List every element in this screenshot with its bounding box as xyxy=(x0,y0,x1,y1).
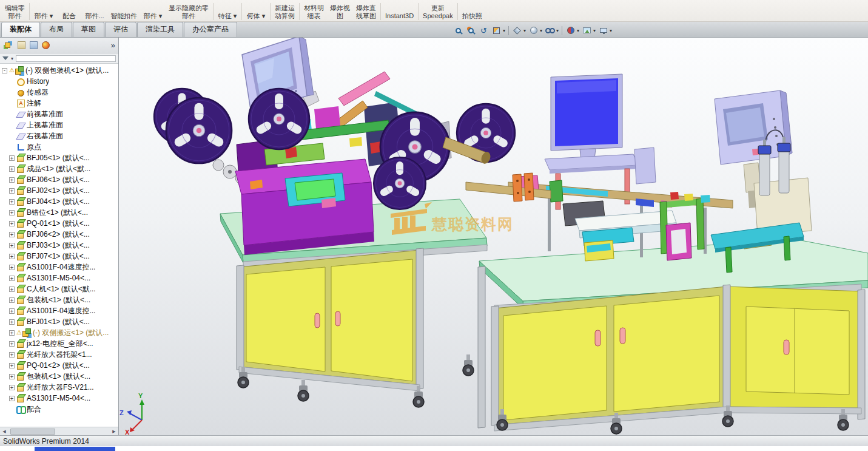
expand-toggle[interactable]: + xyxy=(9,363,15,368)
expand-toggle[interactable]: + xyxy=(9,232,15,237)
expand-toggle[interactable]: + xyxy=(9,297,15,303)
display-style-icon[interactable] xyxy=(527,25,540,36)
dropdown-caret[interactable]: ▾ xyxy=(523,28,526,33)
ribbon-button[interactable]: 部件 ▾ xyxy=(31,0,56,21)
tab-评估[interactable]: 评估 xyxy=(105,22,136,37)
tree-item[interactable]: 传感器 xyxy=(0,87,118,98)
ribbon-button[interactable]: 新建运动算例 xyxy=(272,0,298,21)
zoom-area-icon[interactable] xyxy=(465,25,477,36)
tree-horizontal-scrollbar[interactable]: ◀ ▶ xyxy=(0,427,118,435)
ribbon-button[interactable]: 配合 xyxy=(56,0,82,21)
ribbon-button[interactable]: 智能扣件 xyxy=(107,0,140,21)
ribbon-button[interactable]: 爆炸直线草图 xyxy=(353,0,379,21)
dropdown-caret[interactable]: ▾ xyxy=(540,28,542,33)
ribbon-button[interactable]: 材料明细表 xyxy=(301,0,327,21)
expand-toggle[interactable]: + xyxy=(9,385,15,390)
tree-item[interactable]: +包装机<1> (默认<... xyxy=(0,371,118,382)
expand-toggle[interactable]: + xyxy=(9,319,15,325)
tab-渲染工具[interactable]: 渲染工具 xyxy=(137,22,183,37)
expand-toggle[interactable]: + xyxy=(9,308,15,314)
dropdown-caret[interactable]: ▾ xyxy=(610,28,612,33)
graphics-area[interactable]: 慧聪资料网 Y Z X xyxy=(0,38,868,435)
model-3d[interactable]: 慧聪资料网 Y Z X xyxy=(0,38,868,435)
tree-item[interactable]: +jx12-电控柜_全部<... xyxy=(0,338,118,349)
scroll-left-arrow[interactable]: ◀ xyxy=(0,427,8,435)
ribbon-button[interactable]: Instant3D xyxy=(382,0,417,21)
tree-item[interactable]: History xyxy=(0,76,118,87)
tree-item[interactable]: +AS1301F-M5-04<... xyxy=(0,393,118,404)
expand-toggle[interactable]: + xyxy=(9,199,15,205)
tree-item[interactable]: +BFJ03<1> (默认<... xyxy=(0,240,118,251)
expand-toggle[interactable]: + xyxy=(9,210,15,215)
expand-toggle[interactable]: + xyxy=(9,188,15,194)
expand-toggle[interactable]: + xyxy=(9,166,15,172)
tree-item[interactable]: +BFJ02<1> (默认<... xyxy=(0,185,118,196)
zoom-fit-icon[interactable] xyxy=(452,25,465,36)
expand-toggle[interactable]: - xyxy=(2,68,7,73)
expand-toggle[interactable]: + xyxy=(9,155,15,161)
expand-toggle[interactable]: + xyxy=(9,341,15,347)
dropdown-caret[interactable]: ▾ xyxy=(556,28,559,33)
previous-view-icon[interactable]: ↺ xyxy=(477,25,490,36)
tree-item[interactable]: +BFJ07<1> (默认<... xyxy=(0,251,118,262)
expand-toggle[interactable]: + xyxy=(9,221,15,226)
displaymanager-tab-icon[interactable] xyxy=(42,41,50,49)
configurationmanager-tab-icon[interactable] xyxy=(30,41,38,49)
ribbon-button[interactable]: 更新Speedpak xyxy=(420,0,456,21)
hide-show-items-icon[interactable] xyxy=(543,25,556,36)
tree-item[interactable]: -⚠(-) 双侧包装机<1> (默认... xyxy=(0,65,118,76)
expand-toggle[interactable]: + xyxy=(9,254,15,259)
propertymanager-tab-icon[interactable] xyxy=(18,41,25,49)
filter-input[interactable] xyxy=(16,55,116,62)
expand-toggle[interactable]: + xyxy=(9,177,15,183)
tree-item[interactable]: +包装机<1> (默认<... xyxy=(0,294,118,305)
expand-toggle[interactable]: + xyxy=(9,374,15,379)
expand-toggle[interactable]: + xyxy=(9,352,15,358)
apply-scene-icon[interactable] xyxy=(580,25,593,36)
tree-item[interactable]: +光纤放大器FS-V21... xyxy=(0,382,118,393)
panel-expand-chevron[interactable]: » xyxy=(111,41,115,50)
ribbon-button[interactable]: 爆炸视图 xyxy=(327,0,353,21)
expand-toggle[interactable]: + xyxy=(9,287,15,292)
ribbon-button[interactable]: 部件... xyxy=(82,0,107,21)
tree-item[interactable]: +成品<1> (默认<默... xyxy=(0,163,118,174)
tree-item[interactable]: 原点 xyxy=(0,141,118,152)
tree-item[interactable]: 右视基准面 xyxy=(0,131,118,141)
edit-appearance-icon[interactable] xyxy=(564,25,577,36)
filter-funnel-icon[interactable] xyxy=(2,56,8,60)
right-machinery[interactable] xyxy=(508,74,812,273)
ribbon-button[interactable]: 显示隐藏的零部件 xyxy=(166,0,212,21)
ribbon-button[interactable]: 何体 ▾ xyxy=(243,0,269,21)
tree-item[interactable]: +AS1001F-04速度控... xyxy=(0,305,118,316)
pneumatic-cylinders[interactable] xyxy=(754,130,812,236)
expand-toggle[interactable]: + xyxy=(9,330,15,336)
scrollbar-thumb[interactable] xyxy=(10,429,55,435)
tree-item[interactable]: 上视基准面 xyxy=(0,120,118,131)
dropdown-caret[interactable]: ▾ xyxy=(503,28,505,33)
tree-item[interactable]: +BFJ06<1> (默认<... xyxy=(0,174,118,185)
expand-toggle[interactable]: + xyxy=(9,265,15,270)
tab-装配体[interactable]: 装配体 xyxy=(1,22,40,37)
filter-caret-icon[interactable]: ▾ xyxy=(11,56,13,61)
ribbon-button[interactable]: 部件 ▾ xyxy=(140,0,166,21)
tree-item[interactable]: +PQ-01<2> (默认<... xyxy=(0,360,118,371)
expand-toggle[interactable]: + xyxy=(9,396,15,401)
tab-布局[interactable]: 布局 xyxy=(41,22,72,37)
expand-toggle[interactable]: + xyxy=(9,243,15,248)
view-orientation-icon[interactable] xyxy=(511,25,523,36)
ribbon-button[interactable]: 编辑零部件 xyxy=(2,0,28,21)
tree-item[interactable]: +BFJ06<2> (默认<... xyxy=(0,229,118,240)
view-settings-icon[interactable] xyxy=(597,25,610,36)
tab-办公室产品[interactable]: 办公室产品 xyxy=(184,22,237,37)
tree-item[interactable]: +BFJ04<1> (默认<... xyxy=(0,196,118,207)
tree-item[interactable]: 配合 xyxy=(0,404,118,415)
tree-item[interactable]: +光纤放大器托架<1... xyxy=(0,349,118,360)
dropdown-caret[interactable]: ▾ xyxy=(577,28,579,33)
dropdown-caret[interactable]: ▾ xyxy=(593,28,596,33)
expand-toggle[interactable]: + xyxy=(9,276,15,281)
featuremanager-tab-icon[interactable] xyxy=(5,42,10,48)
tree-item[interactable]: +AS1001F-04速度控... xyxy=(0,262,118,273)
tree-item[interactable]: 注解 xyxy=(0,98,118,109)
tree-item[interactable]: 前视基准面 xyxy=(0,109,118,120)
tree-item[interactable]: +BFJ05<1> (默认<... xyxy=(0,152,118,163)
